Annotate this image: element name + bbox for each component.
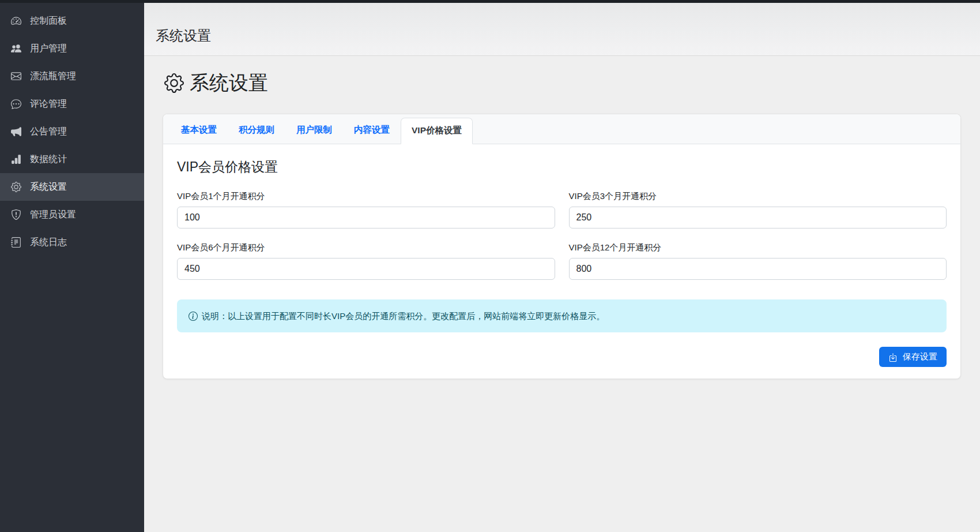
- field-vip-3month: VIP会员3个月开通积分: [569, 191, 947, 228]
- page-title: 系统设置: [156, 27, 963, 45]
- megaphone-icon: [10, 126, 22, 137]
- sidebar-item-comments[interactable]: 评论管理: [0, 90, 144, 118]
- sidebar-item-logs[interactable]: 系统日志: [0, 228, 144, 256]
- tab-user-limit[interactable]: 用户限制: [285, 117, 343, 144]
- envelope-icon: [10, 70, 22, 82]
- sidebar-item-label: 管理员设置: [30, 209, 76, 221]
- sidebar-item-label: 评论管理: [30, 98, 67, 110]
- sidebar-item-admins[interactable]: 管理员设置: [0, 201, 144, 228]
- field-input[interactable]: [569, 207, 947, 228]
- settings-card: 基本设置 积分规则 用户限制 内容设置 VIP价格设置: [163, 114, 961, 379]
- dashboard-icon: [10, 15, 22, 27]
- settings-tabs: 基本设置 积分规则 用户限制 内容设置 VIP价格设置: [163, 114, 960, 144]
- footer-actions: 保存设置: [177, 347, 947, 367]
- page-heading: 系统设置: [164, 70, 963, 96]
- tab-basic[interactable]: 基本设置: [170, 117, 228, 144]
- field-input[interactable]: [177, 258, 555, 280]
- save-settings-button[interactable]: 保存设置: [879, 347, 947, 367]
- field-label: VIP会员3个月开通积分: [569, 191, 947, 202]
- vip-price-form: VIP会员1个月开通积分 VIP会员3个月开通积分 VIP会员6个月开通积分: [177, 191, 947, 280]
- field-vip-1month: VIP会员1个月开通积分: [177, 191, 555, 228]
- field-label: VIP会员6个月开通积分: [177, 242, 555, 253]
- sidebar-item-label: 用户管理: [30, 43, 67, 55]
- field-input[interactable]: [569, 258, 947, 280]
- sidebar-item-label: 数据统计: [30, 153, 67, 166]
- field-label: VIP会员1个月开通积分: [177, 191, 555, 202]
- sidebar-item-users[interactable]: 用户管理: [0, 35, 144, 62]
- field-label: VIP会员12个月开通积分: [569, 242, 947, 253]
- top-border: [0, 0, 980, 3]
- sidebar-item-settings[interactable]: 系统设置: [0, 173, 144, 201]
- sidebar-item-announce[interactable]: 公告管理: [0, 118, 144, 145]
- tab-points-rule[interactable]: 积分规则: [228, 117, 285, 144]
- sidebar-item-label: 控制面板: [30, 15, 67, 27]
- sidebar: 控制面板 用户管理 漂流瓶管理 评论管理 公告管理: [0, 0, 144, 532]
- gear-icon: [164, 73, 184, 93]
- info-alert: 说明：以上设置用于配置不同时长VIP会员的开通所需积分。更改配置后，网站前端将立…: [177, 299, 947, 332]
- tab-panel-vip-price: VIP会员价格设置 VIP会员1个月开通积分 VIP会员3个月开通积分 VIP会…: [163, 144, 960, 379]
- save-icon: [888, 353, 898, 362]
- journal-icon: [10, 237, 22, 248]
- field-vip-6month: VIP会员6个月开通积分: [177, 242, 555, 280]
- sidebar-item-label: 系统设置: [30, 181, 67, 193]
- tab-vip-price[interactable]: VIP价格设置: [401, 118, 473, 144]
- sidebar-item-label: 系统日志: [30, 237, 67, 249]
- main-content: 系统设置 系统设置 基本设置 积分规则 用户限制: [144, 0, 980, 532]
- field-vip-12month: VIP会员12个月开通积分: [569, 242, 947, 280]
- comment-icon: [10, 98, 22, 110]
- sidebar-item-stats[interactable]: 数据统计: [0, 145, 144, 173]
- page-heading-text: 系统设置: [190, 70, 268, 96]
- topbar: 系统设置: [144, 0, 980, 56]
- field-input[interactable]: [177, 207, 555, 228]
- sidebar-item-label: 公告管理: [30, 126, 67, 138]
- tab-content[interactable]: 内容设置: [343, 117, 401, 144]
- info-icon: [189, 312, 198, 321]
- shield-icon: [10, 209, 22, 220]
- users-icon: [10, 43, 22, 54]
- sidebar-item-dashboard[interactable]: 控制面板: [0, 7, 144, 35]
- sidebar-item-bottles[interactable]: 漂流瓶管理: [0, 62, 144, 90]
- gear-icon: [10, 181, 22, 193]
- sidebar-item-label: 漂流瓶管理: [30, 70, 76, 83]
- bar-chart-icon: [10, 153, 22, 165]
- section-title: VIP会员价格设置: [177, 158, 947, 176]
- info-alert-text: 说明：以上设置用于配置不同时长VIP会员的开通所需积分。更改配置后，网站前端将立…: [202, 310, 605, 322]
